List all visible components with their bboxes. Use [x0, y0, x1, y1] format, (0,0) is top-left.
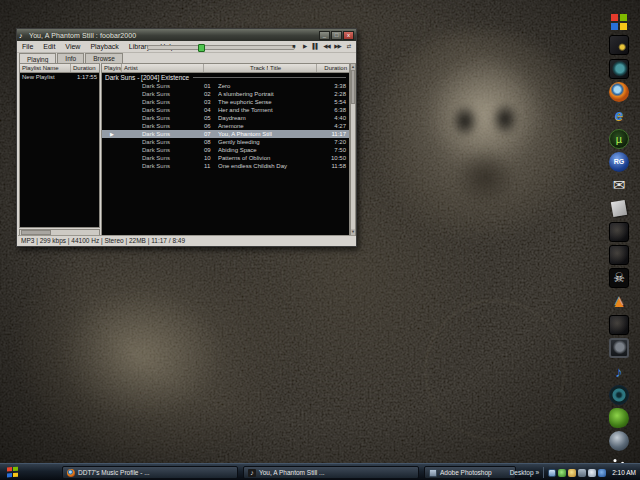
desktop-icon-mail-envelope-icon[interactable]: ✉ [609, 175, 629, 195]
tab-browse[interactable]: Browse [85, 53, 123, 63]
tray-update-icon[interactable] [568, 469, 576, 477]
tracklist-pane[interactable]: Playing Artist Track No Title Duration D… [101, 63, 350, 236]
desktop-icon-photo-frame-icon[interactable] [609, 338, 629, 358]
track-row[interactable]: Dark Suns10Patterns of Oblivion10:50 [102, 154, 349, 162]
transport-buttons: ■▶▌▌◀◀▶▶⇄ [289, 42, 353, 52]
playlist-rows: New Playlist1:17:55 [20, 73, 99, 81]
phantom-icon: ♪ [248, 469, 256, 477]
tray-antivirus-icon[interactable] [558, 469, 566, 477]
group-divider-line [193, 77, 346, 78]
next-button[interactable]: ▶▶ [333, 42, 342, 51]
music-note-glyph: ♪ [615, 362, 623, 382]
taskbar-clock[interactable]: 2:10 AM [610, 469, 636, 476]
track-title: A slumbering Portrait [218, 91, 319, 97]
desktop-icon-globe-folder-icon[interactable] [609, 59, 629, 79]
playlist-name: New Playlist [20, 73, 73, 81]
menu-view[interactable]: View [60, 43, 85, 50]
track-duration: 2:28 [319, 91, 349, 97]
track-row[interactable]: Dark Suns11One endless Childish Day11:58 [102, 162, 349, 170]
track-title: Patterns of Oblivion [218, 155, 319, 161]
track-artist: Dark Suns [122, 131, 204, 137]
track-artist: Dark Suns [122, 147, 204, 153]
taskbar-button-photoshop[interactable]: Adobe Photoshop [424, 466, 516, 479]
desktop-icon-firefox-icon[interactable] [609, 82, 629, 102]
rg-sphere-glyph: RG [614, 152, 625, 172]
desktop-icon-grunge-2-icon[interactable] [609, 245, 629, 265]
play-button[interactable]: ▶ [300, 42, 309, 51]
column-playlist-name[interactable]: Playlist Name [20, 64, 71, 72]
playlist-pane[interactable]: Playlist Name Duration New Playlist1:17:… [19, 63, 100, 228]
track-number: 09 [204, 147, 218, 153]
tray-display-icon[interactable] [548, 469, 556, 477]
track-row[interactable]: Dark Suns01Zero3:38 [102, 82, 349, 90]
desktop-icon-utorrent-icon[interactable]: µ [609, 129, 629, 149]
desktop-icon-music-note-icon[interactable]: ♪ [609, 362, 629, 382]
desktop-toolbar[interactable]: Desktop » [510, 469, 539, 476]
track-row[interactable]: Dark Suns09Abiding Space7:50 [102, 146, 349, 154]
track-duration: 6:38 [319, 107, 349, 113]
tab-strip: PlayingInfoBrowse [19, 53, 354, 63]
vscroll-thumb[interactable] [351, 70, 355, 104]
shuffle-button[interactable]: ⇄ [344, 42, 353, 51]
desktop-icon-paper-sheet-icon[interactable] [609, 198, 629, 218]
taskbar-button-firefox[interactable]: DDT7's Music Profile - ... [62, 466, 238, 479]
tracklist-vertical-scrollbar[interactable]: ▲ ▼ [350, 63, 356, 236]
playlist-row[interactable]: New Playlist1:17:55 [20, 73, 99, 81]
chevron-icon[interactable]: » [536, 469, 540, 476]
seek-bar[interactable] [147, 45, 295, 50]
track-row[interactable]: Dark Suns06Anemone4:27 [102, 122, 349, 130]
title-bar[interactable]: ♪ You, A Phantom Still : foobar2000 _ □ … [17, 29, 356, 41]
column-playing[interactable]: Playing [102, 64, 122, 72]
track-number: 06 [204, 123, 218, 129]
track-row[interactable]: Dark Suns02A slumbering Portrait2:28 [102, 90, 349, 98]
tray-icons [548, 469, 606, 477]
track-row[interactable]: Dark Suns05Daydream4:40 [102, 114, 349, 122]
stop-button[interactable]: ■ [289, 42, 298, 51]
tracklist-pane-header: Playing Artist Track No Title Duration [102, 64, 349, 73]
track-duration: 10:50 [319, 155, 349, 161]
media-player-window[interactable]: ♪ You, A Phantom Still : foobar2000 _ □ … [16, 28, 357, 247]
desktop-icon-dark-folder-icon[interactable] [609, 35, 629, 55]
column-playlist-duration[interactable]: Duration [71, 64, 99, 72]
taskbar-right: Desktop » 2:10 AM [510, 464, 640, 480]
alien-skull-glyph: ☠ [613, 268, 625, 288]
track-row[interactable]: Dark Suns03The euphoric Sense5:54 [102, 98, 349, 106]
track-number: 07 [204, 131, 218, 137]
tray-network-icon[interactable] [578, 469, 586, 477]
start-button[interactable] [7, 467, 19, 479]
desktop-icon-grunge-3-icon[interactable] [609, 315, 629, 335]
previous-button[interactable]: ◀◀ [322, 42, 331, 51]
desktop-toolbar-label[interactable]: Desktop [510, 469, 534, 476]
taskbar-button-phantom[interactable]: ♪You, A Phantom Still ... [243, 466, 419, 479]
desktop-icon-windows-logo-icon[interactable] [609, 12, 629, 32]
minimize-button[interactable]: _ [319, 31, 330, 40]
seek-thumb[interactable] [198, 44, 205, 52]
track-duration: 11:58 [319, 163, 349, 169]
desktop-icon-vlc-cone-icon[interactable]: ▲ [609, 292, 629, 312]
track-row[interactable]: Dark Suns04Her and the Torment6:38 [102, 106, 349, 114]
desktop-icon-alien-skull-icon[interactable]: ☠ [609, 268, 629, 288]
track-row[interactable]: Dark Suns08Gently bleeding7:20 [102, 138, 349, 146]
menu-playback[interactable]: Playback [85, 43, 123, 50]
column-track-no[interactable]: Track No [248, 64, 268, 72]
desktop-icon-grunge-1-icon[interactable] [609, 222, 629, 242]
desktop-icon-internet-explorer-icon[interactable]: e [609, 105, 629, 125]
desktop-icon-rg-sphere-icon[interactable]: RG [609, 152, 629, 172]
close-button[interactable]: x [343, 31, 354, 40]
desktop-icon-media-disc-icon[interactable] [609, 385, 629, 405]
menu-edit[interactable]: Edit [38, 43, 60, 50]
column-artist[interactable]: Artist [122, 64, 204, 72]
menu-file[interactable]: File [17, 43, 38, 50]
track-row[interactable]: ▶Dark Suns07You, A Phantom Still11:17 [102, 130, 349, 138]
taskbar-button-label: You, A Phantom Still ... [259, 469, 325, 476]
maximize-button[interactable]: □ [331, 31, 342, 40]
column-title[interactable]: Title [268, 64, 317, 72]
tab-info[interactable]: Info [57, 53, 84, 63]
column-duration[interactable]: Duration [317, 64, 349, 72]
desktop-icon-green-creature-icon[interactable] [609, 408, 629, 428]
track-number: 11 [204, 163, 218, 169]
pause-button[interactable]: ▌▌ [311, 42, 320, 51]
tray-volume-icon[interactable] [588, 469, 596, 477]
track-duration: 7:50 [319, 147, 349, 153]
tray-messenger-icon[interactable] [598, 469, 606, 477]
